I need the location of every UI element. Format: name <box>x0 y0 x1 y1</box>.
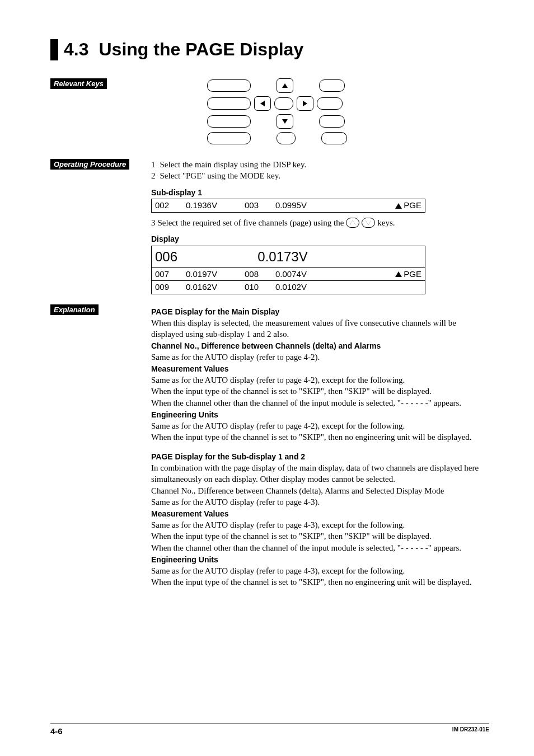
lcd-channel: 008 <box>245 269 275 280</box>
keypad-diagram <box>207 78 489 144</box>
arrow-up-key-icon <box>346 218 359 228</box>
explanation-label: Explanation <box>50 304 99 315</box>
arrow-right-key <box>297 96 313 111</box>
triangle-up-icon <box>395 271 402 277</box>
paragraph: Channel No., Difference between Channels… <box>151 485 489 496</box>
step-number: 1 <box>151 159 156 170</box>
subheading: Channel No., Difference between Channels… <box>151 341 489 351</box>
section-number: 4.3 <box>64 39 88 60</box>
arrow-down-key <box>277 114 293 129</box>
lcd-channel-big: 006 <box>155 248 177 266</box>
lcd-value: 0.0162V <box>186 281 245 293</box>
lcd-channel: 007 <box>155 269 186 280</box>
subheading: Measurement Values <box>151 509 489 519</box>
lcd-mode: PGE <box>404 200 421 211</box>
paragraph: When the input type of the channel is se… <box>151 530 489 542</box>
paragraph: When the input type of the channel is se… <box>151 431 489 443</box>
key-blank <box>277 132 296 144</box>
key-blank <box>207 97 251 110</box>
paragraph: When the channel other than the channel … <box>151 542 489 553</box>
lcd-value: 0.0102V <box>275 281 334 293</box>
lcd-channel: 003 <box>245 200 275 211</box>
lcd-channel: 002 <box>155 200 186 211</box>
step-1: 1 Select the main display using the DISP… <box>151 159 489 170</box>
subdisplay1-lcd: 002 0.1936V 003 0.0995V PGE <box>151 199 425 212</box>
lcd-channel: 010 <box>245 281 275 293</box>
key-blank <box>319 115 345 128</box>
lcd-value: 0.0074V <box>275 269 334 280</box>
key-blank <box>274 97 293 110</box>
subheading: Engineering Units <box>151 410 489 420</box>
paragraph: Same as for the AUTO display (refer to p… <box>151 565 489 576</box>
step-text: Select the main display using the DISP k… <box>160 159 307 170</box>
lcd-value-big: 0.0173V <box>177 248 388 266</box>
step-number: 3 <box>151 217 156 228</box>
display-label: Display <box>151 234 489 245</box>
step-text: Select "PGE" using the MODE key. <box>160 170 280 181</box>
heading: PAGE Display for the Main Display <box>151 307 489 317</box>
step-text: Select the required set of five channels… <box>158 217 344 228</box>
page-title: 4.3 Using the PAGE Display <box>50 39 489 60</box>
paragraph: Same as for the AUTO display (refer to p… <box>151 519 489 530</box>
heading: PAGE Display for the Sub-display 1 and 2 <box>151 452 489 462</box>
paragraph: Same as for the AUTO display (refer to p… <box>151 496 489 508</box>
page-number: 4-6 <box>50 726 63 736</box>
key-blank <box>207 115 251 128</box>
paragraph: When the input type of the channel is se… <box>151 576 489 588</box>
step-text: keys. <box>377 217 395 228</box>
title-accent-bar <box>50 39 58 60</box>
step-number: 2 <box>151 170 156 181</box>
arrow-left-key <box>254 96 271 111</box>
subdisplay1-label: Sub-display 1 <box>151 187 489 198</box>
lcd-value: 0.1936V <box>186 200 245 211</box>
subheading: Engineering Units <box>151 555 489 565</box>
operating-procedure-label: Operating Procedure <box>50 159 129 170</box>
paragraph: Same as for the AUTO display (refer to p… <box>151 420 489 431</box>
document-id: IM DR232-01E <box>452 726 489 736</box>
key-blank <box>321 132 347 144</box>
key-blank <box>319 79 345 92</box>
display-lcd: 006 0.0173V 007 0.0197V 008 0.0074V PGE … <box>151 246 425 294</box>
arrow-up-key <box>277 78 293 93</box>
relevant-keys-label: Relevant Keys <box>50 78 107 89</box>
page-footer: 4-6 IM DR232-01E <box>50 724 489 736</box>
paragraph: When this display is selected, the measu… <box>151 317 489 340</box>
paragraph: In combination with the page display of … <box>151 462 489 485</box>
section-title: Using the PAGE Display <box>99 39 303 60</box>
lcd-value: 0.0995V <box>275 200 334 211</box>
key-blank <box>317 97 343 110</box>
paragraph: When the channel other than the channel … <box>151 397 489 408</box>
lcd-mode: PGE <box>404 269 421 280</box>
key-blank <box>207 79 251 92</box>
step-3: 3 Select the required set of five channe… <box>151 217 489 228</box>
key-blank <box>207 132 251 144</box>
lcd-channel: 009 <box>155 281 186 293</box>
paragraph: Same as for the AUTO display (refer to p… <box>151 374 489 386</box>
triangle-up-icon <box>395 203 402 209</box>
lcd-value: 0.0197V <box>186 269 245 280</box>
subheading: Measurement Values <box>151 364 489 374</box>
paragraph: Same as for the AUTO display (refer to p… <box>151 351 489 363</box>
arrow-down-key-icon <box>362 218 375 228</box>
step-2: 2 Select "PGE" using the MODE key. <box>151 170 489 181</box>
paragraph: When the input type of the channel is se… <box>151 386 489 397</box>
